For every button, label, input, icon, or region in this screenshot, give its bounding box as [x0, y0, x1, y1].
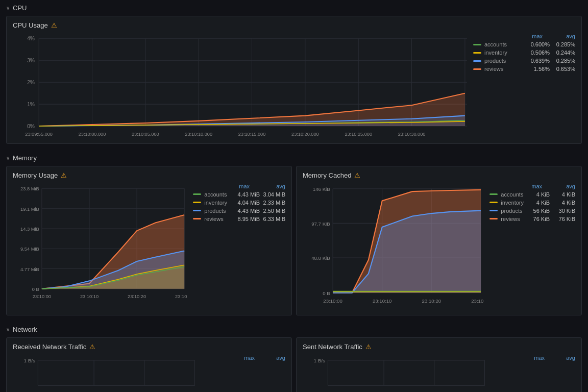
memory-usage-chart-svg-wrap: 23.8 MiB 19.1 MiB 14.3 MiB 9.54 MiB 4.77…	[13, 183, 187, 306]
svg-text:23:09:55.000: 23:09:55.000	[25, 132, 53, 137]
legend-series-name: inventory	[204, 200, 227, 206]
received-network-legend: max avg	[204, 355, 285, 363]
sent-network-chart-area: 1 B/s max avg	[303, 355, 575, 392]
legend-max-val: 4.04 MiB	[230, 200, 260, 206]
svg-text:23:10:20.000: 23:10:20.000	[291, 132, 319, 137]
network-panels-row: Received Network Traffic ⚠ 1 B/s	[6, 337, 582, 392]
network-chevron: ∨	[6, 327, 10, 332]
memory-cached-panel: Memory Cached ⚠ 146 KiB 97.7 KiB 48.8 Ki…	[296, 166, 582, 315]
mem-cached-avg-lbl: avg	[552, 183, 575, 189]
memory-cached-legend: max avg accounts 4 KiB 4 KiB inventory 4…	[489, 183, 575, 224]
svg-text:4%: 4%	[27, 36, 35, 41]
legend-row: inventory 4 KiB 4 KiB	[489, 200, 575, 206]
cpu-avg-label: avg	[553, 33, 575, 39]
svg-text:23:10:20: 23:10:20	[128, 294, 146, 299]
cpu-section-header[interactable]: ∨ CPU	[6, 4, 582, 12]
legend-series-name: products	[484, 58, 519, 64]
memory-section-header[interactable]: ∨ Memory	[6, 154, 582, 162]
cpu-section: ∨ CPU CPU Usage ⚠ 4% 3% 2%	[0, 0, 588, 150]
sent-legend-header: max avg	[494, 355, 575, 361]
svg-text:0 B: 0 B	[32, 287, 39, 292]
legend-row: inventory 0.506% 0.244%	[473, 50, 575, 56]
legend-max-val: 0.639%	[522, 58, 550, 64]
legend-color-swatch	[473, 60, 481, 62]
legend-avg-val: 0.244%	[553, 50, 575, 56]
legend-series-name: products	[204, 208, 227, 214]
legend-max-val: 1.56%	[522, 66, 550, 72]
received-network-chart-area: 1 B/s max avg	[13, 355, 285, 392]
memory-usage-title: Memory Usage ⚠	[13, 172, 285, 179]
legend-series-name: reviews	[204, 216, 227, 222]
legend-max-val: 76 KiB	[527, 216, 550, 222]
memory-cached-title: Memory Cached ⚠	[303, 172, 575, 179]
legend-row: products 4.43 MiB 2.50 MiB	[193, 208, 285, 214]
cpu-legend-rows: accounts 0.600% 0.285% inventory 0.506% …	[473, 41, 575, 72]
legend-avg-val: 3.04 MiB	[263, 191, 285, 198]
legend-max-val: 0.600%	[522, 41, 550, 47]
svg-text:0 B: 0 B	[323, 290, 330, 296]
legend-series-name: accounts	[501, 191, 524, 198]
legend-row: products 56 KiB 30 KiB	[489, 208, 575, 214]
memory-usage-legend: max avg accounts 4.43 MiB 3.04 MiB inven…	[193, 183, 285, 224]
legend-color-swatch	[473, 52, 481, 54]
network-section-header[interactable]: ∨ Network	[6, 326, 582, 333]
legend-max-val: 4 KiB	[527, 200, 550, 206]
cpu-chevron: ∨	[6, 5, 10, 11]
svg-text:4.77 MiB: 4.77 MiB	[20, 266, 39, 272]
cpu-legend: max avg accounts 0.600% 0.285% inventory…	[473, 33, 575, 74]
svg-text:48.8 KiB: 48.8 KiB	[311, 255, 330, 261]
svg-text:23:10:05.000: 23:10:05.000	[132, 132, 159, 137]
legend-max-val: 8.95 MiB	[230, 216, 260, 222]
legend-max-val: 56 KiB	[527, 208, 550, 214]
legend-avg-val: 2.33 MiB	[263, 200, 285, 206]
legend-series-name: inventory	[484, 50, 519, 56]
svg-text:3%: 3%	[27, 58, 35, 63]
legend-color-swatch	[193, 193, 201, 195]
legend-avg-val: 2.50 MiB	[263, 208, 285, 214]
svg-text:2%: 2%	[27, 80, 35, 85]
svg-text:23:10:00: 23:10:00	[33, 294, 51, 299]
svg-text:1%: 1%	[27, 102, 35, 107]
received-network-chart: 1 B/s	[13, 355, 198, 392]
legend-max-val: 0.506%	[522, 50, 550, 56]
received-network-panel: Received Network Traffic ⚠ 1 B/s	[6, 337, 292, 392]
memory-cached-legend-header: max avg	[489, 183, 575, 189]
legend-max-val: 4.43 MiB	[230, 191, 260, 198]
cpu-warn-icon: ⚠	[51, 21, 57, 29]
legend-series-name: reviews	[484, 66, 519, 72]
memory-cached-chart: 146 KiB 97.7 KiB 48.8 KiB 0 B	[303, 183, 483, 309]
received-legend-header: max avg	[204, 355, 285, 361]
memory-panels-row: Memory Usage ⚠ 23.8 MiB 19.1	[6, 166, 582, 320]
svg-text:23:10:15.000: 23:10:15.000	[238, 132, 266, 137]
legend-series-name: inventory	[501, 200, 524, 206]
legend-avg-val: 76 KiB	[553, 216, 575, 222]
cpu-max-label: max	[517, 33, 543, 39]
mem-usage-avg-lbl: avg	[260, 183, 285, 189]
svg-text:23:10:10: 23:10:10	[373, 298, 392, 304]
legend-row: products 0.639% 0.285%	[473, 58, 575, 64]
svg-text:1 B/s: 1 B/s	[23, 358, 35, 363]
svg-text:146 KiB: 146 KiB	[313, 186, 330, 192]
legend-row: accounts 0.600% 0.285%	[473, 41, 575, 47]
svg-text:9.54 MiB: 9.54 MiB	[20, 247, 39, 252]
received-network-chart-svg-wrap: 1 B/s	[13, 355, 198, 392]
legend-color-swatch	[193, 218, 201, 219]
cpu-usage-title: CPU Usage ⚠	[13, 21, 575, 29]
svg-text:23:10:20: 23:10:20	[422, 298, 442, 304]
network-section-label: Network	[13, 326, 37, 333]
memory-usage-panel: Memory Usage ⚠ 23.8 MiB 19.1	[6, 166, 292, 315]
legend-color-swatch	[489, 218, 498, 219]
legend-avg-val: 0.653%	[553, 66, 575, 72]
sent-network-legend: max avg	[494, 355, 575, 363]
legend-series-name: accounts	[204, 191, 227, 198]
legend-color-swatch	[473, 44, 481, 45]
svg-text:23:10:30.000: 23:10:30.000	[398, 132, 426, 137]
legend-row: reviews 1.56% 0.653%	[473, 66, 575, 72]
legend-avg-val: 6.33 MiB	[263, 216, 285, 222]
svg-text:97.7 KiB: 97.7 KiB	[311, 220, 330, 226]
legend-avg-val: 0.285%	[553, 41, 575, 47]
cpu-chart: 4% 3% 2% 1% 0%	[13, 33, 467, 138]
legend-row: inventory 4.04 MiB 2.33 MiB	[193, 200, 285, 206]
sent-network-chart: 1 B/s	[303, 355, 487, 392]
recv-max-lbl: max	[234, 355, 255, 361]
